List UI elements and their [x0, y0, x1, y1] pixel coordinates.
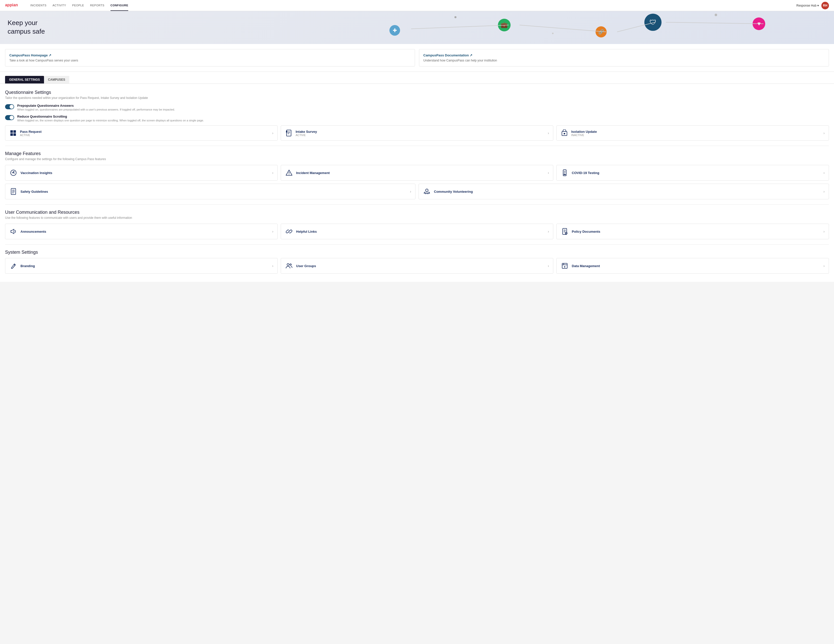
- user-communication-section: User Communication and Resources Use the…: [5, 210, 829, 239]
- toggle-prepopulate-row: Prepopulate Questionnaire Answers When t…: [5, 104, 829, 111]
- data-management-chevron: ›: [823, 264, 824, 268]
- svg-point-37: [287, 264, 289, 265]
- homepage-link-title: CampusPass Homepage ↗: [10, 53, 411, 57]
- covid-testing-card[interactable]: COVID-19 Testing ›: [556, 165, 829, 181]
- safety-guidelines-icon: [10, 188, 18, 196]
- nav-reports[interactable]: REPORTS: [90, 0, 104, 11]
- questionnaire-type-cards: Pass Request ACTIVE ›: [5, 125, 829, 141]
- community-volunteering-name: Community Volunteering: [434, 190, 473, 194]
- intake-survey-chevron: ›: [548, 131, 549, 135]
- announcements-name: Announcements: [21, 230, 46, 233]
- intake-survey-icon: [285, 129, 293, 137]
- intake-survey-name: Intake Survey: [296, 130, 317, 134]
- safety-guidelines-card[interactable]: Safety Guidelines ›: [5, 184, 415, 199]
- vaccination-insights-name: Vaccination Insights: [21, 171, 52, 175]
- questionnaire-title: Questionnaire Settings: [5, 90, 829, 95]
- hero-banner: Keep your campus safe ✚ 💼 🛡 🔗 ♥: [0, 11, 834, 44]
- data-management-icon: [561, 262, 569, 270]
- data-management-card[interactable]: Data Management ›: [556, 258, 829, 274]
- svg-rect-13: [286, 131, 287, 133]
- isolation-update-icon: [561, 129, 568, 137]
- nav-user-label[interactable]: Response Hub ▾: [796, 4, 819, 7]
- data-management-name: Data Management: [572, 264, 600, 268]
- branding-chevron: ›: [272, 264, 273, 268]
- questionnaire-desc: Tailor the questions needed within your …: [5, 96, 829, 100]
- system-settings-cards: Branding ›: [5, 258, 829, 274]
- appian-logo[interactable]: appian: [5, 2, 23, 9]
- svg-text:appian: appian: [5, 3, 18, 7]
- user-groups-name: User Groups: [296, 264, 316, 268]
- nav-links: INCIDENTS ACTIVITY PEOPLE REPORTS CONFIG…: [30, 0, 796, 11]
- toggle-prepopulate-label: Prepopulate Questionnaire Answers: [17, 104, 175, 107]
- policy-documents-name: Policy Documents: [572, 230, 600, 233]
- isolation-update-card[interactable]: Isolation Update INACTIVE ›: [556, 125, 829, 141]
- pass-request-name: Pass Request: [20, 130, 42, 134]
- nav-people[interactable]: PEOPLE: [72, 0, 84, 11]
- vaccination-insights-chevron: ›: [272, 171, 273, 175]
- vaccination-insights-card[interactable]: Vaccination Insights ›: [5, 165, 278, 181]
- manage-features-desc: Configure and manage the settings for th…: [5, 157, 829, 161]
- community-volunteering-chevron: ›: [823, 189, 824, 194]
- main-tabs: GENERAL SETTINGS CAMPUSES: [0, 72, 834, 84]
- svg-point-38: [290, 264, 291, 265]
- helpful-links-card[interactable]: Helpful Links ›: [281, 223, 553, 239]
- svg-line-28: [288, 230, 290, 233]
- pass-request-card[interactable]: Pass Request ACTIVE ›: [5, 125, 278, 141]
- toggle-prepopulate-sublabel: When toggled on, questionnaires are prep…: [17, 108, 175, 111]
- toggle-scrolling-label: Reduce Questionnaire Scrolling: [17, 115, 204, 118]
- divider-2: [5, 204, 829, 205]
- svg-rect-7: [10, 133, 13, 136]
- campuspass-documentation-link[interactable]: CampusPass Documentation ↗ Understand ho…: [419, 49, 829, 66]
- toggle-scrolling[interactable]: [5, 115, 14, 120]
- toggle-prepopulate[interactable]: [5, 104, 14, 109]
- intake-survey-card[interactable]: Intake Survey ACTIVE ›: [281, 125, 553, 141]
- helpful-links-name: Helpful Links: [296, 230, 317, 233]
- announcements-chevron: ›: [272, 230, 273, 233]
- nav-right: Response Hub ▾ RH: [796, 2, 829, 10]
- svg-rect-8: [13, 133, 16, 136]
- announcements-icon: [10, 227, 18, 236]
- user-groups-card[interactable]: User Groups ›: [281, 258, 553, 274]
- helpful-links-chevron: ›: [548, 230, 549, 233]
- homepage-link-desc: Take a look at how CampusPass serves you…: [10, 59, 411, 62]
- manage-features-row1: Vaccination Insights ›: [5, 165, 829, 181]
- incident-management-card[interactable]: Incident Management ›: [281, 165, 553, 181]
- branding-card[interactable]: Branding ›: [5, 258, 278, 274]
- divider-1: [5, 146, 829, 146]
- tab-general-settings[interactable]: GENERAL SETTINGS: [5, 76, 44, 84]
- announcements-card[interactable]: Announcements ›: [5, 223, 278, 239]
- svg-rect-22: [564, 174, 566, 175]
- svg-rect-6: [13, 130, 16, 133]
- svg-rect-23: [11, 188, 16, 194]
- covid-testing-icon: [561, 169, 569, 177]
- nav-activity[interactable]: ACTIVITY: [53, 0, 66, 11]
- system-settings-title: System Settings: [5, 250, 829, 255]
- svg-rect-5: [10, 130, 13, 133]
- svg-rect-15: [564, 133, 565, 134]
- quick-links-row: CampusPass Homepage ↗ Take a look at how…: [0, 44, 834, 72]
- documentation-link-title: CampusPass Documentation ↗: [423, 53, 824, 57]
- hero-title: Keep your campus safe: [8, 19, 826, 36]
- nav-incidents[interactable]: INCIDENTS: [30, 0, 47, 11]
- user-communication-desc: Use the following features to communicat…: [5, 216, 829, 220]
- tab-campuses[interactable]: CAMPUSES: [44, 76, 69, 84]
- nav-configure[interactable]: CONFIGURE: [110, 0, 128, 11]
- policy-documents-chevron: ›: [823, 230, 824, 233]
- policy-documents-icon: [561, 227, 569, 236]
- vaccination-insights-icon: [10, 169, 18, 177]
- safety-guidelines-name: Safety Guidelines: [21, 190, 48, 194]
- policy-documents-card[interactable]: Policy Documents ›: [556, 223, 829, 239]
- svg-point-17: [289, 174, 289, 175]
- incident-management-icon: [285, 169, 293, 177]
- campuspass-homepage-link[interactable]: CampusPass Homepage ↗ Take a look at how…: [5, 49, 415, 66]
- toggle-scrolling-sublabel: When toggled on, the screen displays one…: [17, 119, 204, 122]
- incident-management-name: Incident Management: [296, 171, 330, 175]
- system-settings-section: System Settings Branding ›: [5, 250, 829, 274]
- covid-testing-chevron: ›: [823, 171, 824, 175]
- intake-survey-status: ACTIVE: [296, 134, 317, 137]
- user-communication-cards: Announcements › Helpf: [5, 223, 829, 239]
- branding-name: Branding: [21, 264, 35, 268]
- pass-request-icon: [10, 129, 17, 137]
- avatar[interactable]: RH: [821, 2, 829, 10]
- community-volunteering-card[interactable]: Community Volunteering ›: [419, 184, 829, 199]
